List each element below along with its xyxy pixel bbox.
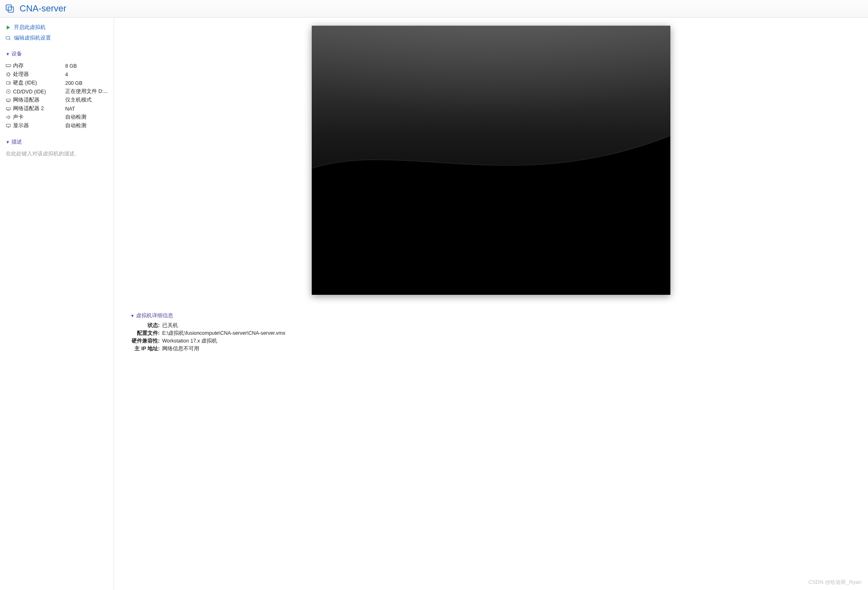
svg-rect-0 [6,5,11,10]
memory-icon [6,63,13,69]
cd-icon [6,89,13,94]
svg-rect-3 [6,64,11,66]
net-icon [6,106,13,111]
details-state-value: 已关机 [160,322,178,329]
details-section-header[interactable]: ▼ 虚拟机详细信息 [130,312,852,319]
device-row[interactable]: 内存8 GB [6,62,110,70]
svg-rect-4 [7,73,10,76]
device-row[interactable]: CD/DVD (IDE)正在使用文件 D:... [6,87,110,96]
details-row-ip: 主 IP 地址: 网络信息不可用 [130,345,852,353]
right-panel: ▼ 虚拟机详细信息 状态: 已关机 配置文件: E:\虚拟机\fusioncom… [114,18,868,590]
chevron-down-icon: ▼ [6,52,10,56]
device-row[interactable]: 网络适配器仅主机模式 [6,96,110,104]
details-compat-value: Workstation 17.x 虚拟机 [160,338,217,345]
description-section-header[interactable]: ▼ 描述 [6,138,110,146]
power-on-label: 开启此虚拟机 [14,24,46,31]
vm-console-preview[interactable] [312,26,670,295]
details-row-compat: 硬件兼容性: Workstation 17.x 虚拟机 [130,337,852,345]
svg-point-7 [7,90,11,94]
device-value: 8 GB [65,63,110,69]
device-value: 正在使用文件 D:... [65,88,110,95]
edit-vm-settings-link[interactable]: 编辑虚拟机设置 [6,34,110,42]
device-label: CD/DVD (IDE) [13,89,65,95]
description-placeholder[interactable]: 在此处键入对该虚拟机的描述。 [6,150,110,157]
details-compat-label: 硬件兼容性: [130,338,160,345]
details-config-value: E:\虚拟机\fusioncompute\CNA-server\CNA-serv… [160,330,285,337]
chevron-down-icon: ▼ [6,140,10,144]
svg-rect-9 [7,99,11,101]
details-row-config: 配置文件: E:\虚拟机\fusioncompute\CNA-server\CN… [130,329,852,337]
chevron-down-icon: ▼ [130,314,134,318]
device-value: 自动检测 [65,114,110,121]
cpu-icon [6,72,13,77]
svg-rect-11 [7,124,11,127]
device-label: 网络适配器 2 [13,105,65,112]
disk-icon [6,80,13,86]
display-icon [6,123,13,128]
vm-tab-header: CNA-server [0,0,868,18]
device-value: 200 GB [65,80,110,86]
device-value: 自动检测 [65,122,110,129]
svg-point-8 [8,91,9,92]
device-label: 显示器 [13,122,65,129]
device-row[interactable]: 显示器自动检测 [6,122,110,130]
svg-rect-10 [7,108,11,110]
device-row[interactable]: 网络适配器 2NAT [6,104,110,113]
device-label: 硬盘 (IDE) [13,80,65,86]
device-value: 仅主机模式 [65,97,110,104]
svg-rect-1 [8,7,13,12]
devices-section-header[interactable]: ▼ 设备 [6,50,110,57]
details-state-label: 状态: [130,322,160,329]
svg-point-6 [9,83,10,84]
edit-settings-label: 编辑虚拟机设置 [14,34,51,42]
edit-settings-icon [6,35,11,41]
description-section-label: 描述 [11,138,22,146]
net-icon [6,97,13,103]
details-section-label: 虚拟机详细信息 [136,312,173,319]
left-panel: 开启此虚拟机 编辑虚拟机设置 ▼ 设备 内存8 GB处理器4硬盘 (IDE)20… [0,18,114,590]
vm-tab-icon [5,3,15,14]
device-label: 内存 [13,62,65,69]
device-label: 声卡 [13,114,65,121]
device-label: 网络适配器 [13,97,65,104]
device-value: 4 [65,72,110,77]
details-config-label: 配置文件: [130,330,160,337]
device-value: NAT [65,106,110,112]
device-row[interactable]: 声卡自动检测 [6,113,110,122]
play-icon [6,24,11,30]
device-row[interactable]: 硬盘 (IDE)200 GB [6,79,110,87]
sound-icon [6,115,13,120]
power-on-vm-link[interactable]: 开启此虚拟机 [6,23,110,31]
device-row[interactable]: 处理器4 [6,70,110,79]
device-label: 处理器 [13,71,65,78]
details-row-state: 状态: 已关机 [130,322,852,329]
devices-section-label: 设备 [11,50,22,57]
details-ip-label: 主 IP 地址: [130,345,160,352]
vm-title: CNA-server [20,3,66,14]
device-table: 内存8 GB处理器4硬盘 (IDE)200 GBCD/DVD (IDE)正在使用… [6,62,110,130]
details-table: 状态: 已关机 配置文件: E:\虚拟机\fusioncompute\CNA-s… [130,322,852,353]
watermark: CSDN @哈迪斯_Ryan [809,579,861,586]
details-ip-value: 网络信息不可用 [160,345,199,352]
